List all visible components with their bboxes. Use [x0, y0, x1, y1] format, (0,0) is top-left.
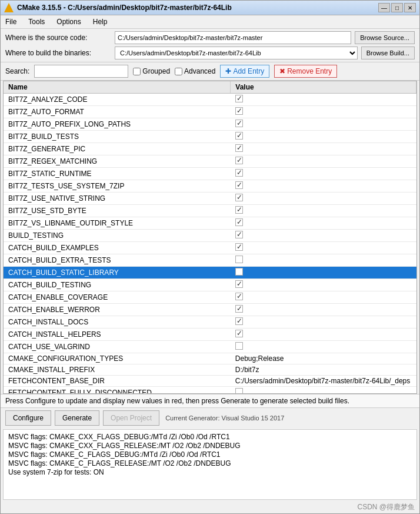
table-row[interactable]: CMAKE_INSTALL_PREFIXD:/bit7z [4, 364, 416, 376]
table-row[interactable]: CATCH_BUILD_TESTING [4, 279, 416, 291]
generate-button[interactable]: Generate [55, 410, 99, 426]
row-name: CATCH_INSTALL_HELPERS [4, 329, 231, 341]
table-row[interactable]: CATCH_BUILD_STATIC_LIBRARY [4, 267, 416, 279]
build-label: Where to build the binaries: [5, 49, 111, 57]
row-value[interactable] [231, 242, 416, 254]
row-checkbox[interactable] [235, 107, 243, 115]
table-row[interactable]: BIT7Z_ANALYZE_CODE [4, 94, 416, 106]
row-checkbox[interactable] [235, 280, 243, 288]
row-checkbox[interactable] [235, 132, 243, 140]
row-value[interactable]: D:/bit7z [231, 364, 416, 376]
table-row[interactable]: BIT7Z_AUTO_FORMAT [4, 106, 416, 118]
row-checkbox[interactable] [235, 342, 243, 350]
row-value[interactable]: C:/Users/admin/Desktop/bit7z-master/bit7… [231, 376, 416, 387]
row-checkbox[interactable] [235, 120, 243, 127]
table-row[interactable]: CATCH_INSTALL_HELPERS [4, 329, 416, 341]
row-value[interactable] [231, 267, 416, 279]
row-value[interactable] [231, 387, 416, 394]
row-value[interactable] [231, 230, 416, 242]
menu-file[interactable]: File [3, 16, 19, 27]
source-row: Where is the source code: Browse Source.… [5, 31, 415, 44]
advanced-checkbox[interactable] [175, 68, 182, 75]
add-entry-button[interactable]: ✚ Add Entry [220, 65, 269, 78]
grouped-checkbox[interactable] [133, 68, 141, 75]
table-row[interactable]: FETCHCONTENT_BASE_DIRC:/Users/admin/Desk… [4, 376, 416, 387]
browse-source-button[interactable]: Browse Source... [355, 31, 415, 44]
row-value[interactable] [231, 329, 416, 341]
table-row[interactable]: CATCH_INSTALL_DOCS [4, 316, 416, 329]
entries-table-container[interactable]: Name Value BIT7Z_ANALYZE_CODEBIT7Z_AUTO_… [3, 81, 417, 394]
row-value[interactable] [231, 217, 416, 230]
row-checkbox[interactable] [235, 231, 243, 238]
row-name: CATCH_BUILD_STATIC_LIBRARY [4, 267, 231, 279]
row-checkbox[interactable] [235, 206, 243, 214]
table-row[interactable]: CATCH_BUILD_EXAMPLES [4, 242, 416, 254]
table-row[interactable]: CATCH_BUILD_EXTRA_TESTS [4, 254, 416, 267]
table-row[interactable]: BIT7Z_USE_STD_BYTE [4, 205, 416, 217]
table-row[interactable]: BIT7Z_VS_LIBNAME_OUTDIR_STYLE [4, 217, 416, 230]
menu-options[interactable]: Options [54, 16, 83, 27]
remove-entry-button[interactable]: ✖ Remove Entry [274, 65, 337, 78]
row-checkbox[interactable] [235, 268, 243, 276]
table-row[interactable]: BIT7Z_REGEX_MATCHING [4, 155, 416, 168]
configure-button[interactable]: Configure [5, 410, 51, 426]
browse-build-button[interactable]: Browse Build... [361, 47, 415, 59]
build-input[interactable]: C:/Users/admin/Desktop/bit7z-master/bit7… [115, 47, 358, 59]
row-value[interactable] [231, 118, 416, 131]
minimize-button[interactable]: — [378, 3, 390, 12]
row-checkbox[interactable] [235, 144, 243, 152]
row-value[interactable] [231, 205, 416, 217]
row-checkbox[interactable] [235, 194, 243, 201]
row-value[interactable] [231, 341, 416, 353]
row-value[interactable] [231, 106, 416, 118]
table-row[interactable]: CATCH_ENABLE_WERROR [4, 304, 416, 316]
row-checkbox[interactable] [235, 388, 243, 394]
row-value[interactable]: Debug;Release [231, 353, 416, 364]
row-value[interactable] [231, 94, 416, 106]
close-button[interactable]: ✕ [404, 3, 416, 12]
log-area[interactable]: MSVC flags: CMAKE_CXX_FLAGS_DEBUG:/MTd /… [3, 429, 417, 500]
table-row[interactable]: BIT7Z_USE_NATIVE_STRING [4, 193, 416, 205]
table-row[interactable]: BIT7Z_STATIC_RUNTIME [4, 168, 416, 180]
table-row[interactable]: CATCH_ENABLE_COVERAGE [4, 291, 416, 304]
table-row[interactable]: BIT7Z_AUTO_PREFIX_LONG_PATHS [4, 118, 416, 131]
row-value[interactable] [231, 131, 416, 143]
row-value[interactable] [231, 254, 416, 267]
source-input[interactable] [115, 31, 351, 44]
menu-tools[interactable]: Tools [26, 16, 47, 27]
search-input[interactable] [34, 65, 128, 78]
table-row[interactable]: CATCH_USE_VALGRIND [4, 341, 416, 353]
row-value[interactable] [231, 143, 416, 155]
open-project-button[interactable]: Open Project [103, 410, 159, 426]
row-checkbox[interactable] [235, 95, 243, 102]
table-row[interactable]: BIT7Z_BUILD_TESTS [4, 131, 416, 143]
row-value[interactable] [231, 316, 416, 329]
row-checkbox[interactable] [235, 243, 243, 251]
table-row[interactable]: BIT7Z_TESTS_USE_SYSTEM_7ZIP [4, 180, 416, 193]
maximize-button[interactable]: □ [391, 3, 403, 12]
table-row[interactable]: FETCHCONTENT_FULLY_DISCONNECTED [4, 387, 416, 394]
row-checkbox[interactable] [235, 157, 243, 164]
menu-help[interactable]: Help [91, 16, 110, 27]
row-checkbox[interactable] [235, 330, 243, 337]
table-row[interactable]: BUILD_TESTING [4, 230, 416, 242]
row-checkbox[interactable] [235, 169, 243, 177]
row-checkbox[interactable] [235, 317, 243, 325]
table-row[interactable]: BIT7Z_GENERATE_PIC [4, 143, 416, 155]
row-checkbox[interactable] [235, 218, 243, 226]
row-value[interactable] [231, 279, 416, 291]
row-value[interactable] [231, 155, 416, 168]
row-name: BIT7Z_GENERATE_PIC [4, 143, 231, 155]
advanced-checkbox-label[interactable]: Advanced [175, 67, 215, 75]
row-value[interactable] [231, 180, 416, 193]
row-value[interactable] [231, 304, 416, 316]
grouped-checkbox-label[interactable]: Grouped [133, 67, 170, 75]
row-checkbox[interactable] [235, 293, 243, 300]
table-row[interactable]: CMAKE_CONFIGURATION_TYPESDebug;Release [4, 353, 416, 364]
row-value[interactable] [231, 291, 416, 304]
row-checkbox[interactable] [235, 181, 243, 189]
row-checkbox[interactable] [235, 305, 243, 313]
row-value[interactable] [231, 168, 416, 180]
row-value[interactable] [231, 193, 416, 205]
row-checkbox[interactable] [235, 256, 243, 263]
